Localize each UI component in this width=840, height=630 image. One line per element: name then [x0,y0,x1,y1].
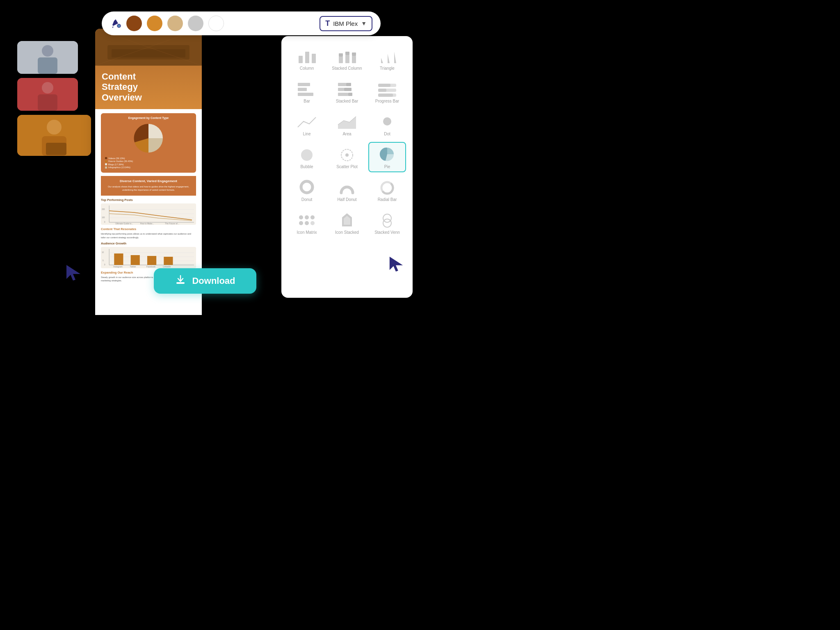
download-icon [175,274,186,288]
dot-chart-icon [377,113,398,130]
chart-item-bar[interactable]: Bar [288,76,326,107]
stacked-column-icon [336,48,358,64]
side-photos-panel [17,41,78,156]
svg-rect-53 [345,55,349,63]
chart-item-triangle[interactable]: Triangle [368,43,406,74]
svg-text:200: 200 [102,208,105,210]
stacked-bar-icon [336,80,358,97]
chart-item-half-donut[interactable]: Half Donut [328,175,366,205]
svg-rect-70 [378,84,390,87]
stacked-venn-label: Stacked Venn [374,230,400,235]
color-swatch-white[interactable] [208,16,224,31]
svg-marker-12 [66,265,80,281]
bubble-label: Bubble [300,164,313,169]
top-posts-heading: Top Performing Posts [101,198,196,202]
svg-point-9 [47,120,62,135]
svg-rect-40 [164,257,173,265]
svg-rect-56 [352,52,356,56]
font-name-label: IBM Plex [333,20,358,27]
half-donut-label: Half Donut [337,197,356,202]
svg-point-88 [305,221,309,225]
bar-chart-placeholder: Instagram Twitter Facebook LinkedIn 10 5… [101,247,196,268]
pie-chart-container [105,122,192,155]
chart-item-progress-bar[interactable]: Progress Bar [368,76,406,107]
pie-legend-blogs: Blogs (17.39%) [108,163,124,166]
chart-item-icon-matrix[interactable]: Icon Matrix [288,208,326,238]
download-button[interactable]: Download [154,268,256,294]
triangle-label: Triangle [380,66,395,71]
area-label: Area [342,132,351,136]
cursor-arrow-left [65,263,82,282]
svg-rect-62 [298,93,313,96]
svg-point-87 [299,221,303,225]
chart-item-stacked-venn[interactable]: Stacked Venn [368,208,406,238]
icon-matrix-label: Icon Matrix [297,230,317,235]
doc-title-section: ContentStrategyOverview [95,66,202,109]
font-t-icon: T [325,19,330,28]
stacked-bar-label: Stacked Bar [336,99,358,103]
svg-rect-38 [131,255,140,265]
chart-item-donut[interactable]: Donut [288,175,326,205]
chart-item-column[interactable]: Column [288,43,326,74]
font-selector[interactable]: T IBM Plex ▼ [320,16,372,31]
svg-point-85 [305,215,309,219]
progress-bar-label: Progress Bar [375,99,399,103]
photo-card-3[interactable] [17,115,91,156]
svg-text:100: 100 [102,217,105,219]
svg-rect-95 [176,282,185,284]
scatter-plot-icon [336,146,358,162]
svg-point-6 [42,82,53,94]
column-label: Column [300,66,314,71]
svg-marker-94 [390,257,403,272]
bar-label: Bar [304,99,310,103]
content-resonates-text: Identifying top-performing posts allows … [101,232,196,239]
chart-item-scatter-plot[interactable]: Scatter Plot [328,142,366,172]
diverse-section: Diverse Content, Varied Engagement Our a… [101,176,196,196]
svg-rect-37 [114,253,123,265]
svg-point-79 [345,153,349,157]
chart-item-icon-stacked[interactable]: Icon Stacked [328,208,366,238]
download-label: Download [192,276,235,286]
svg-text:How to Make...: How to Make... [140,222,154,225]
content-resonates-heading: Content That Resonates [101,227,196,231]
svg-text:Ultimate Guide to...: Ultimate Guide to... [115,222,133,225]
svg-rect-68 [348,93,352,96]
pie-chart-icon-panel [377,146,398,162]
svg-text:10: 10 [102,251,104,253]
svg-rect-72 [378,89,386,92]
chart-item-area[interactable]: Area [328,109,366,139]
svg-point-77 [301,149,313,161]
pie-legend-infographics: Infographics (13.04%) [108,166,130,169]
chart-item-stacked-bar[interactable]: Stacked Bar [328,76,366,107]
svg-rect-7 [38,94,57,111]
svg-rect-64 [346,83,351,86]
color-swatch-gray[interactable] [188,16,203,31]
chevron-down-icon: ▼ [361,20,367,27]
chart-item-pie[interactable]: Pie [368,142,406,172]
chart-item-stacked-column[interactable]: Stacked Column [328,43,366,74]
pie-chart-section: Engagement by Content Type Videos (39.13… [101,113,196,173]
svg-rect-50 [312,54,316,63]
stacked-venn-icon [377,212,398,228]
svg-rect-14 [107,45,189,59]
pie-legend-guides: How-to Guides (30.43%) [108,160,133,162]
photo-card-1[interactable] [17,41,78,74]
icon-stacked-label: Icon Stacked [335,230,359,235]
svg-point-92 [383,214,391,222]
svg-point-86 [310,215,315,219]
chart-item-bubble[interactable]: Bubble [288,142,326,172]
svg-rect-11 [46,143,66,155]
color-swatch-brown-dark[interactable] [126,16,142,31]
svg-rect-49 [305,52,309,63]
paint-bucket-icon[interactable] [110,18,121,29]
chart-item-radial-bar[interactable]: Radial Bar [368,175,406,205]
chart-item-line[interactable]: Line [288,109,326,139]
chart-item-dot[interactable]: Dot [368,109,406,139]
progress-bar-icon [377,80,398,97]
color-swatch-orange[interactable] [147,16,162,31]
color-swatch-tan[interactable] [167,16,183,31]
half-donut-icon [336,179,358,195]
donut-label: Donut [301,197,313,202]
doc-body: Engagement by Content Type Videos (39.13… [95,109,202,289]
photo-card-2[interactable] [17,78,78,111]
